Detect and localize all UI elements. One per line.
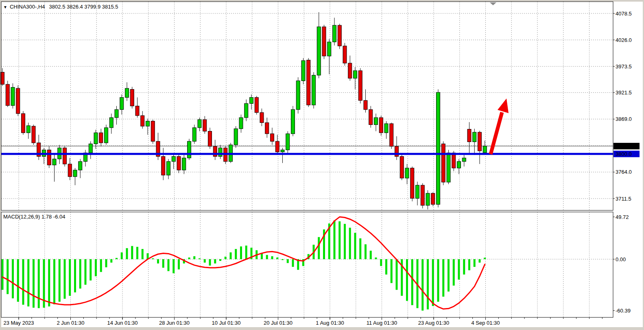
macd-indicator-label: MACD(12,26,9) 1.78 -6.04	[3, 214, 65, 220]
svg-text:11 Aug 01:30: 11 Aug 01:30	[367, 320, 397, 326]
svg-text:14 Jun 01:30: 14 Jun 01:30	[107, 320, 138, 326]
symbol-timeframe-label: CHINA300-,H4	[10, 4, 45, 10]
svg-text:4 Sep 01:30: 4 Sep 01:30	[471, 320, 500, 326]
svg-text:3764.0: 3764.0	[616, 169, 632, 175]
svg-text:3973.5: 3973.5	[616, 63, 632, 70]
svg-text:3711.5: 3711.5	[616, 196, 631, 202]
svg-text:23 May 2023: 23 May 2023	[3, 320, 34, 326]
svg-text:1 Aug 01:30: 1 Aug 01:30	[316, 320, 344, 326]
svg-text:4078.5: 4078.5	[616, 11, 632, 17]
svg-text:4026.0: 4026.0	[616, 37, 632, 43]
chart-title: ▼CHINA300-,H43802.5 3826.4 3799.9 3815.5	[3, 4, 118, 10]
svg-text:3921.5: 3921.5	[616, 90, 632, 96]
symbol-dropdown-icon[interactable]: ▼	[3, 5, 7, 9]
chart-window: 4078.54026.03973.53921.53869.03764.03711…	[0, 0, 644, 330]
svg-text:23 Aug 01:30: 23 Aug 01:30	[418, 320, 450, 326]
svg-text:2 Jun 01:30: 2 Jun 01:30	[57, 320, 85, 326]
support-level-tag: 3800.0	[616, 151, 632, 157]
svg-text:3869.0: 3869.0	[616, 116, 632, 122]
svg-text:28 Jun 01:30: 28 Jun 01:30	[159, 320, 190, 326]
svg-text:10 Jul 01:30: 10 Jul 01:30	[212, 320, 241, 326]
svg-text:-60.39: -60.39	[616, 308, 631, 314]
svg-text:49.72: 49.72	[616, 214, 629, 220]
svg-text:0.00: 0.00	[616, 256, 626, 262]
chart-canvas[interactable]: 4078.54026.03973.53921.53869.03764.03711…	[0, 0, 644, 330]
ohlc-values: 3802.5 3826.4 3799.9 3815.5	[49, 4, 118, 10]
bid-price-tag: 3815.5	[616, 143, 632, 149]
svg-text:20 Jul 01:30: 20 Jul 01:30	[264, 320, 293, 326]
